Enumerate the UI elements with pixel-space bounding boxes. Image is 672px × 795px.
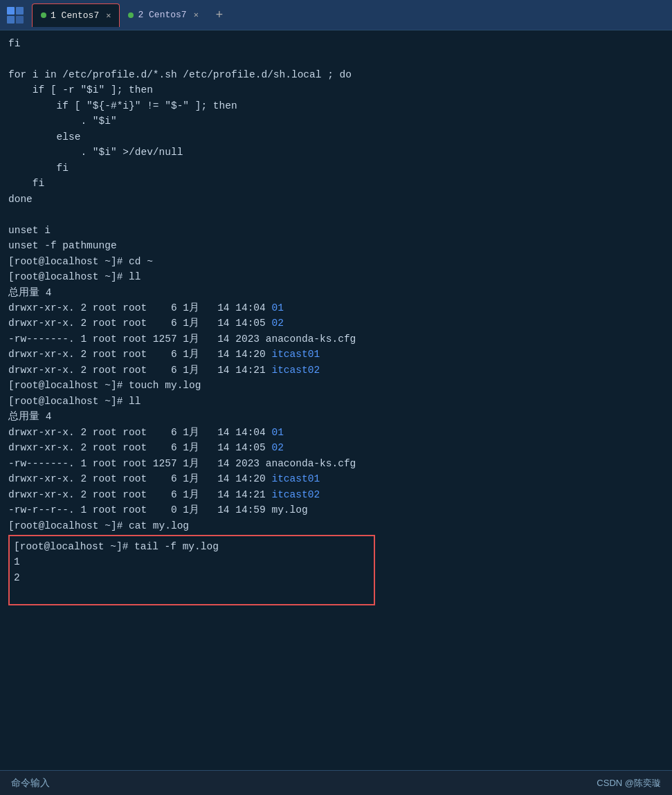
tab-1[interactable]: 1 Centos7 ✕	[32, 3, 120, 27]
terminal-line-highlight: 1	[14, 554, 370, 569]
terminal-line: [root@localhost ~]# ll	[8, 269, 664, 284]
terminal-line: 总用量 4	[8, 409, 664, 424]
tab-2-close[interactable]: ✕	[194, 10, 199, 20]
svg-rect-3	[16, 16, 24, 24]
link-01[interactable]: 01	[271, 302, 283, 313]
terminal-line	[8, 207, 664, 222]
tab-1-label: 1 Centos7	[51, 10, 99, 21]
terminal-line: drwxr-xr-x. 2 root root 6 1月 14 14:20 it…	[8, 471, 664, 486]
terminal-line: unset -f pathmunge	[8, 238, 664, 253]
terminal-line: drwxr-xr-x. 2 root root 6 1月 14 14:21 it…	[8, 363, 664, 378]
terminal-line-highlight: [root@localhost ~]# tail -f my.log	[14, 539, 370, 554]
terminal-line: -rw-------. 1 root root 1257 1月 14 2023 …	[8, 456, 664, 471]
terminal-line: drwxr-xr-x. 2 root root 6 1月 14 14:20 it…	[8, 347, 664, 362]
tab-2[interactable]: 2 Centos7 ✕	[120, 3, 206, 27]
highlighted-terminal-section: [root@localhost ~]# tail -f my.log 1 2	[8, 535, 375, 605]
terminal-line: fi	[8, 36, 664, 51]
link-02[interactable]: 02	[271, 318, 283, 329]
tab-2-status-dot	[128, 12, 134, 18]
terminal-line: fi	[8, 161, 664, 176]
terminal-line: [root@localhost ~]# touch my.log	[8, 378, 664, 393]
terminal-line: [root@localhost ~]# ll	[8, 394, 664, 409]
status-bar: 命令输入 CSDN @陈奕璇	[0, 770, 672, 795]
app-window: 1 Centos7 ✕ 2 Centos7 ✕ + fi for i in /e…	[0, 0, 672, 795]
terminal-line: for i in /etc/profile.d/*.sh /etc/profil…	[8, 67, 664, 82]
terminal-line: fi	[8, 176, 664, 191]
terminal-cursor-line	[14, 585, 370, 601]
link-02b[interactable]: 02	[271, 442, 283, 453]
terminal-line: done	[8, 192, 664, 207]
terminal-line: . "$i" >/dev/null	[8, 145, 664, 160]
svg-rect-0	[7, 7, 15, 15]
link-itcast01b[interactable]: itcast01	[271, 473, 320, 484]
terminal-line: [root@localhost ~]# cd ~	[8, 254, 664, 269]
link-itcast02b[interactable]: itcast02	[271, 489, 320, 500]
terminal-line: . "$i"	[8, 113, 664, 129]
terminal-line	[8, 51, 664, 66]
svg-rect-1	[16, 7, 24, 15]
terminal-line: unset i	[8, 223, 664, 238]
svg-rect-2	[7, 16, 15, 24]
terminal-line: if [ -r "$i" ]; then	[8, 82, 664, 98]
link-itcast01[interactable]: itcast01	[271, 349, 320, 360]
terminal-line-highlight: 2	[14, 570, 370, 585]
terminal-line: [root@localhost ~]# cat my.log	[8, 518, 664, 533]
status-bar-right: CSDN @陈奕璇	[597, 777, 661, 789]
new-tab-button[interactable]: +	[210, 6, 229, 25]
terminal-line: drwxr-xr-x. 2 root root 6 1月 14 14:04 01	[8, 300, 664, 316]
terminal-line: drwxr-xr-x. 2 root root 6 1月 14 14:04 01	[8, 425, 664, 440]
terminal-line: -rw-r--r--. 1 root root 0 1月 14 14:59 my…	[8, 502, 664, 518]
terminal-line: drwxr-xr-x. 2 root root 6 1月 14 14:05 02	[8, 316, 664, 331]
link-itcast02[interactable]: itcast02	[271, 365, 320, 376]
tab-bar: 1 Centos7 ✕ 2 Centos7 ✕ +	[0, 0, 672, 30]
terminal-line: drwxr-xr-x. 2 root root 6 1月 14 14:05 02	[8, 440, 664, 455]
link-01b[interactable]: 01	[271, 427, 283, 438]
tab-1-status-dot	[41, 12, 46, 18]
status-bar-left: 命令输入	[11, 777, 50, 789]
terminal-line: -rw-------. 1 root root 1257 1月 14 2023 …	[8, 331, 664, 347]
tab-1-close[interactable]: ✕	[106, 10, 111, 21]
terminal-line: else	[8, 129, 664, 145]
terminal-output: fi for i in /etc/profile.d/*.sh /etc/pro…	[0, 30, 672, 770]
app-logo	[3, 3, 28, 28]
terminal-line: if [ "${-#*i}" != "$-" ]; then	[8, 98, 664, 113]
terminal-line: drwxr-xr-x. 2 root root 6 1月 14 14:21 it…	[8, 487, 664, 502]
terminal-line: 总用量 4	[8, 285, 664, 300]
tab-2-label: 2 Centos7	[138, 10, 186, 20]
